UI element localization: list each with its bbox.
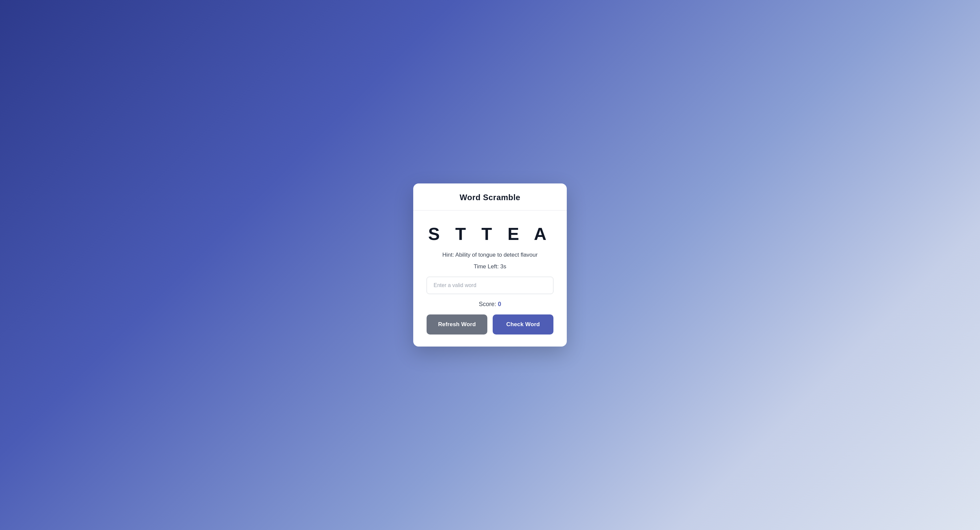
score-label: Score: (479, 301, 496, 307)
score-value: 0 (498, 301, 501, 307)
page-title: Word Scramble (426, 193, 554, 202)
check-word-button[interactable]: Check Word (493, 314, 554, 335)
timer-display: Time Left: 3s (474, 263, 506, 270)
word-input[interactable] (426, 277, 554, 294)
score-display: Score: 0 (479, 301, 501, 308)
button-row: Refresh Word Check Word (426, 314, 554, 335)
card-header: Word Scramble (413, 184, 567, 211)
timer-label: Time Left: (474, 263, 499, 270)
card-body: S T T E A Hint: Ability of tongue to det… (413, 211, 567, 346)
timer-value: 3s (500, 263, 506, 270)
refresh-word-button[interactable]: Refresh Word (426, 314, 487, 335)
game-card: Word Scramble S T T E A Hint: Ability of… (413, 184, 567, 346)
scrambled-word-display: S T T E A (428, 224, 552, 244)
hint-text: Hint: Ability of tongue to detect flavou… (442, 251, 538, 259)
